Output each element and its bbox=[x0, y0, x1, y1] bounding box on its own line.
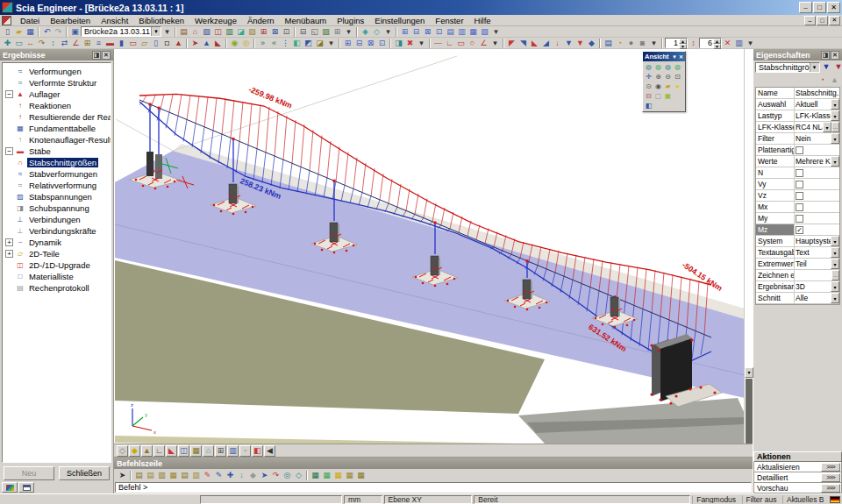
scroll-thumb[interactable] bbox=[746, 379, 753, 444]
table-yellow-1-icon[interactable]: ▦ bbox=[332, 470, 344, 480]
storey-icon[interactable]: ≡ bbox=[93, 38, 104, 48]
support-roll-icon[interactable]: ◢ bbox=[540, 38, 552, 48]
diamond-gray-icon[interactable]: ◆ bbox=[247, 470, 259, 480]
support-icon[interactable]: ▲ bbox=[173, 38, 184, 48]
status-toggle-filter-aus[interactable]: Filter aus bbox=[742, 495, 781, 504]
table-6-icon[interactable]: ▥ bbox=[190, 470, 202, 480]
prop-textausgabe-value[interactable]: Text bbox=[795, 247, 831, 258]
tree-item-stabverformungen[interactable]: ≈Stabverformungen bbox=[3, 168, 111, 180]
close-panel-icon[interactable]: ✕ bbox=[102, 51, 111, 60]
profile-library-icon[interactable]: ⌂ bbox=[189, 26, 201, 37]
view-x-icon[interactable]: ◍ bbox=[644, 62, 653, 72]
circle-icon[interactable]: ○ bbox=[467, 38, 478, 48]
prop-auswahl-dropdown[interactable]: ▾ bbox=[831, 99, 839, 110]
light-icon[interactable]: ● bbox=[673, 82, 682, 91]
multiplier-spinner[interactable]: 1▲▼ bbox=[665, 38, 688, 48]
tree-item-verformte-struktur[interactable]: ≈Verformte Struktur bbox=[3, 77, 111, 89]
redo-icon[interactable]: ↷ bbox=[53, 26, 64, 37]
project-window-icon[interactable]: ▣ bbox=[69, 26, 81, 37]
chart-icon[interactable]: ◔ bbox=[614, 38, 625, 48]
tools-dropdown-icon[interactable]: ▾ bbox=[648, 38, 660, 48]
prop-ergebnisanz-value[interactable]: 3D bbox=[795, 281, 831, 292]
save-icon[interactable]: ▦ bbox=[25, 26, 36, 37]
beam-icon[interactable]: ▭ bbox=[127, 38, 139, 48]
blank-icon[interactable]: ▫ bbox=[239, 445, 251, 457]
tree-item-relativverformung[interactable]: ≈Relativverformung bbox=[3, 180, 111, 191]
menu-fenster[interactable]: Fenster bbox=[430, 15, 468, 26]
result-scale-icon[interactable]: ✕ bbox=[722, 38, 733, 48]
load-temp-icon[interactable]: ◆ bbox=[586, 38, 597, 48]
table-results-icon[interactable]: ◇ bbox=[371, 26, 382, 37]
prop-system-dropdown[interactable]: ▾ bbox=[831, 236, 839, 246]
menu-werkzeuge[interactable]: Werkzeuge bbox=[189, 15, 242, 26]
member-icon[interactable]: ▬ bbox=[104, 38, 116, 48]
pin-icon[interactable]: ◨ bbox=[92, 51, 101, 60]
prop-lfk-klasse-dropdown[interactable]: ▾ bbox=[823, 122, 831, 132]
view-z-icon[interactable]: ◍ bbox=[663, 62, 673, 72]
final-dropdown-icon[interactable]: ▾ bbox=[745, 38, 756, 48]
solver-icon[interactable]: ⊠ bbox=[269, 26, 281, 37]
property-set-combo[interactable]: Stabschnittgrö ▾ bbox=[755, 62, 820, 73]
view-y-icon[interactable]: ◍ bbox=[653, 62, 663, 72]
load-point-icon[interactable]: ↓ bbox=[552, 38, 563, 48]
table-green-2-icon[interactable]: ▦ bbox=[321, 470, 332, 480]
chevron-down-icon[interactable]: ▾ bbox=[810, 63, 819, 72]
view-window-3-icon[interactable]: ⊠ bbox=[422, 26, 433, 37]
prop-schnitt-dropdown[interactable]: ▾ bbox=[831, 293, 839, 303]
close-panel-icon[interactable]: ✕ bbox=[831, 51, 839, 60]
chevron-down-icon[interactable]: ▾ bbox=[151, 27, 161, 36]
levels-icon[interactable]: ▲ bbox=[829, 75, 840, 86]
line-grid-icon[interactable]: ⊞ bbox=[82, 38, 93, 48]
cross-icon[interactable]: ✚ bbox=[225, 470, 236, 480]
menu-datei[interactable]: Datei bbox=[15, 15, 45, 26]
move-multi-icon[interactable]: « bbox=[268, 38, 280, 48]
pie-chart-icon[interactable]: ◔ bbox=[817, 75, 828, 86]
tree-item-st-be[interactable]: −▬Stäbe bbox=[3, 146, 111, 157]
dot-pair-1-icon[interactable]: ◉ bbox=[229, 38, 240, 48]
chart-small-icon[interactable]: ▥ bbox=[227, 445, 239, 457]
prop-vy-value[interactable] bbox=[795, 179, 839, 189]
tree-item-knotenauflager-resultierende[interactable]: ↑Knotenauflager-Resultierende bbox=[3, 134, 111, 146]
select-rect-icon[interactable]: ▭ bbox=[13, 38, 25, 48]
dimension-icon[interactable]: ∠ bbox=[70, 38, 82, 48]
split-view-icon[interactable]: ◫ bbox=[178, 445, 189, 457]
tree-item-2d-teile[interactable]: +▱2D-Teile bbox=[3, 248, 111, 259]
menu-bearbeiten[interactable]: Bearbeiten bbox=[45, 15, 96, 26]
menu-plugins[interactable]: Plugins bbox=[332, 15, 369, 26]
document-icon[interactable]: ⊞ bbox=[332, 26, 343, 37]
table-green-1-icon[interactable]: ▦ bbox=[310, 470, 321, 480]
new-button[interactable]: Neu bbox=[4, 466, 54, 480]
table-5-icon[interactable]: ▤ bbox=[179, 470, 190, 480]
menu-einstellungen[interactable]: Einstellungen bbox=[369, 15, 430, 26]
tree-item-materialliste[interactable]: □Materialliste bbox=[3, 271, 111, 282]
perspective-icon[interactable]: ◧ bbox=[644, 101, 653, 110]
zoom-selection-icon[interactable]: ◉ bbox=[653, 82, 663, 91]
mdi-document-icon[interactable] bbox=[2, 16, 11, 25]
model-viewport[interactable]: z y x -259.98 kNm 258.23 kNm -504.15 kNm… bbox=[114, 49, 753, 444]
table-2-icon[interactable]: ▤ bbox=[145, 470, 156, 480]
table-yellow-2-icon[interactable]: ▦ bbox=[344, 470, 355, 480]
array-icon[interactable]: ⋮ bbox=[280, 38, 291, 48]
tree-expander-icon[interactable]: − bbox=[5, 147, 13, 155]
prop-zeichnen-ein-value[interactable] bbox=[795, 270, 831, 280]
filter-off-icon[interactable]: ▼ bbox=[833, 61, 842, 73]
table-3-icon[interactable]: ▥ bbox=[156, 470, 168, 480]
view-dir-3-icon[interactable]: ⊠ bbox=[365, 38, 376, 48]
hole-icon[interactable]: ◘ bbox=[161, 38, 173, 48]
refresh-icon[interactable]: ↷ bbox=[270, 470, 282, 480]
dock-tab-main-icon[interactable] bbox=[2, 482, 18, 493]
layers-small-icon[interactable]: ◧ bbox=[252, 445, 263, 457]
modify-dropdown-icon[interactable]: ▾ bbox=[325, 38, 337, 48]
menu-ndern[interactable]: Ändern bbox=[242, 15, 280, 26]
cross-section-icon[interactable]: ◫ bbox=[212, 26, 224, 37]
line-icon[interactable]: ― bbox=[432, 38, 444, 48]
bring-front-icon[interactable]: ◩ bbox=[303, 38, 314, 48]
table-4-icon[interactable]: ▦ bbox=[168, 470, 179, 480]
prop-zeichnen-ein-ellipsis-button[interactable]: … bbox=[831, 270, 839, 280]
project-history-icon[interactable]: ▾ bbox=[161, 26, 173, 37]
home-view-icon[interactable]: ⌂ bbox=[203, 445, 214, 457]
close-button[interactable]: ✕ bbox=[827, 2, 840, 13]
tree-item-stabspannungen[interactable]: ▨Stabspannungen bbox=[3, 191, 111, 202]
view-window-4-icon[interactable]: ⊡ bbox=[433, 26, 445, 37]
view-window-1-icon[interactable]: ⊞ bbox=[399, 26, 410, 37]
